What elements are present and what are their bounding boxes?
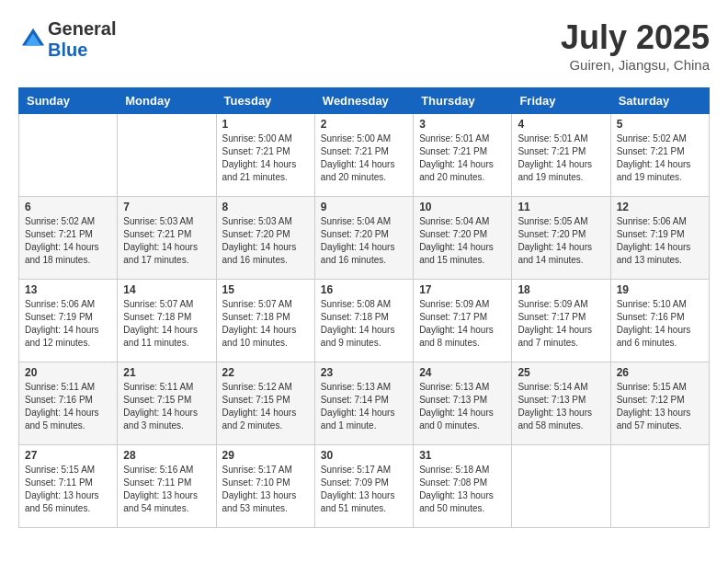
- cell-line: and 21 minutes.: [222, 172, 288, 182]
- cell-line: Sunrise: 5:00 AM: [222, 133, 292, 144]
- day-number: 30: [321, 449, 407, 462]
- cell-content: Sunrise: 5:04 AMSunset: 7:20 PMDaylight:…: [321, 215, 407, 267]
- calendar-cell: 18Sunrise: 5:09 AMSunset: 7:17 PMDayligh…: [512, 280, 610, 362]
- cell-line: Sunset: 7:12 PM: [617, 395, 685, 405]
- calendar-cell: 22Sunrise: 5:12 AMSunset: 7:15 PMDayligh…: [216, 362, 314, 445]
- calendar-cell: 14Sunrise: 5:07 AMSunset: 7:18 PMDayligh…: [118, 280, 216, 362]
- cell-line: and 16 minutes.: [321, 255, 386, 265]
- cell-line: Sunset: 7:18 PM: [222, 312, 290, 322]
- cell-line: and 1 minute.: [321, 420, 377, 431]
- cell-line: Daylight: 14 hours: [222, 159, 297, 169]
- calendar-cell: 31Sunrise: 5:18 AMSunset: 7:08 PMDayligh…: [414, 445, 512, 528]
- calendar-cell: 25Sunrise: 5:14 AMSunset: 7:13 PMDayligh…: [512, 362, 610, 445]
- cell-line: Daylight: 14 hours: [25, 408, 99, 418]
- cell-line: and 11 minutes.: [123, 338, 188, 348]
- cell-line: Sunset: 7:20 PM: [518, 229, 586, 239]
- cell-line: Sunrise: 5:11 AM: [25, 382, 95, 392]
- calendar-cell: 26Sunrise: 5:15 AMSunset: 7:12 PMDayligh…: [610, 362, 709, 445]
- weekday-header-tuesday: Tuesday: [216, 88, 314, 114]
- cell-line: Sunset: 7:21 PM: [222, 146, 290, 156]
- cell-content: Sunrise: 5:02 AMSunset: 7:21 PMDaylight:…: [25, 215, 111, 267]
- cell-line: Sunrise: 5:15 AM: [25, 465, 95, 475]
- cell-line: Sunrise: 5:12 AM: [222, 382, 292, 392]
- cell-content: Sunrise: 5:09 AMSunset: 7:17 PMDaylight:…: [518, 298, 604, 350]
- cell-line: and 19 minutes.: [518, 172, 583, 182]
- cell-line: Daylight: 14 hours: [321, 408, 395, 418]
- calendar-week-2: 6Sunrise: 5:02 AMSunset: 7:21 PMDaylight…: [19, 197, 710, 280]
- cell-line: Sunset: 7:10 PM: [222, 477, 290, 488]
- calendar-cell: 7Sunrise: 5:03 AMSunset: 7:21 PMDaylight…: [118, 197, 216, 280]
- cell-line: Sunrise: 5:01 AM: [419, 133, 489, 144]
- day-number: 31: [419, 449, 506, 462]
- cell-line: Daylight: 14 hours: [518, 325, 592, 335]
- weekday-header-monday: Monday: [118, 88, 216, 114]
- calendar-cell: 17Sunrise: 5:09 AMSunset: 7:17 PMDayligh…: [414, 280, 512, 362]
- cell-line: Sunset: 7:21 PM: [617, 146, 685, 156]
- cell-line: Sunrise: 5:09 AM: [419, 299, 489, 309]
- cell-line: Daylight: 14 hours: [123, 408, 198, 418]
- calendar-cell: 9Sunrise: 5:04 AMSunset: 7:20 PMDaylight…: [314, 197, 413, 280]
- cell-line: and 56 minutes.: [25, 503, 90, 513]
- cell-line: Sunrise: 5:02 AM: [617, 133, 687, 144]
- calendar-cell: 13Sunrise: 5:06 AMSunset: 7:19 PMDayligh…: [19, 280, 118, 362]
- cell-line: Sunrise: 5:05 AM: [518, 216, 587, 226]
- weekday-header-row: SundayMondayTuesdayWednesdayThursdayFrid…: [19, 88, 710, 114]
- cell-line: Sunrise: 5:07 AM: [123, 299, 193, 309]
- weekday-header-saturday: Saturday: [610, 88, 709, 114]
- location: Guiren, Jiangsu, China: [561, 57, 710, 73]
- cell-content: Sunrise: 5:00 AMSunset: 7:21 PMDaylight:…: [321, 132, 407, 184]
- day-number: 17: [419, 283, 506, 296]
- cell-content: Sunrise: 5:12 AMSunset: 7:15 PMDaylight:…: [222, 381, 309, 432]
- cell-line: Sunrise: 5:06 AM: [25, 299, 95, 309]
- cell-line: Sunrise: 5:00 AM: [321, 133, 391, 144]
- cell-content: Sunrise: 5:05 AMSunset: 7:20 PMDaylight:…: [518, 215, 604, 267]
- day-number: 21: [123, 366, 210, 379]
- cell-line: Daylight: 14 hours: [321, 242, 395, 252]
- cell-line: Sunrise: 5:17 AM: [321, 465, 391, 475]
- cell-line: and 8 minutes.: [419, 338, 480, 348]
- cell-line: Sunrise: 5:14 AM: [518, 382, 587, 392]
- cell-line: Daylight: 13 hours: [518, 408, 592, 418]
- month-title: July 2025: [561, 18, 710, 57]
- cell-line: and 58 minutes.: [518, 420, 583, 431]
- day-number: 10: [419, 201, 506, 213]
- cell-line: Sunset: 7:19 PM: [617, 229, 685, 239]
- cell-line: Daylight: 13 hours: [321, 490, 395, 500]
- cell-line: and 13 minutes.: [617, 255, 682, 265]
- cell-line: Sunset: 7:20 PM: [321, 229, 389, 239]
- cell-line: and 20 minutes.: [419, 172, 484, 182]
- calendar-cell: 29Sunrise: 5:17 AMSunset: 7:10 PMDayligh…: [216, 445, 314, 528]
- calendar-cell: 19Sunrise: 5:10 AMSunset: 7:16 PMDayligh…: [610, 280, 709, 362]
- cell-line: Sunrise: 5:08 AM: [321, 299, 391, 309]
- cell-line: Daylight: 13 hours: [123, 490, 198, 500]
- cell-line: Daylight: 14 hours: [419, 325, 494, 335]
- cell-line: Sunrise: 5:18 AM: [419, 465, 489, 475]
- cell-content: Sunrise: 5:03 AMSunset: 7:20 PMDaylight:…: [222, 215, 309, 267]
- cell-content: Sunrise: 5:17 AMSunset: 7:10 PMDaylight:…: [222, 464, 309, 515]
- cell-line: Daylight: 14 hours: [617, 159, 691, 169]
- cell-line: Sunrise: 5:17 AM: [222, 465, 292, 475]
- cell-line: Sunrise: 5:13 AM: [321, 382, 391, 392]
- cell-content: Sunrise: 5:07 AMSunset: 7:18 PMDaylight:…: [123, 298, 210, 350]
- cell-content: Sunrise: 5:15 AMSunset: 7:11 PMDaylight:…: [25, 464, 111, 515]
- cell-line: Sunset: 7:11 PM: [25, 477, 93, 488]
- cell-line: Sunrise: 5:04 AM: [321, 216, 391, 226]
- cell-line: Sunset: 7:16 PM: [25, 395, 93, 405]
- cell-line: Daylight: 13 hours: [222, 490, 297, 500]
- cell-content: Sunrise: 5:11 AMSunset: 7:15 PMDaylight:…: [123, 381, 210, 432]
- calendar-week-5: 27Sunrise: 5:15 AMSunset: 7:11 PMDayligh…: [19, 445, 710, 528]
- cell-content: Sunrise: 5:11 AMSunset: 7:16 PMDaylight:…: [25, 381, 111, 432]
- cell-line: Daylight: 13 hours: [419, 490, 494, 500]
- cell-line: Daylight: 14 hours: [518, 159, 592, 169]
- calendar-week-3: 13Sunrise: 5:06 AMSunset: 7:19 PMDayligh…: [19, 280, 710, 362]
- day-number: 7: [123, 201, 210, 213]
- cell-line: Daylight: 13 hours: [25, 490, 99, 500]
- calendar-cell: 4Sunrise: 5:01 AMSunset: 7:21 PMDaylight…: [512, 114, 610, 197]
- calendar-cell: 8Sunrise: 5:03 AMSunset: 7:20 PMDaylight…: [216, 197, 314, 280]
- cell-line: Sunset: 7:21 PM: [123, 229, 191, 239]
- cell-line: and 18 minutes.: [25, 255, 90, 265]
- cell-line: Sunset: 7:19 PM: [25, 312, 93, 322]
- cell-line: Daylight: 14 hours: [25, 242, 99, 252]
- day-number: 11: [518, 201, 604, 213]
- day-number: 18: [518, 283, 604, 296]
